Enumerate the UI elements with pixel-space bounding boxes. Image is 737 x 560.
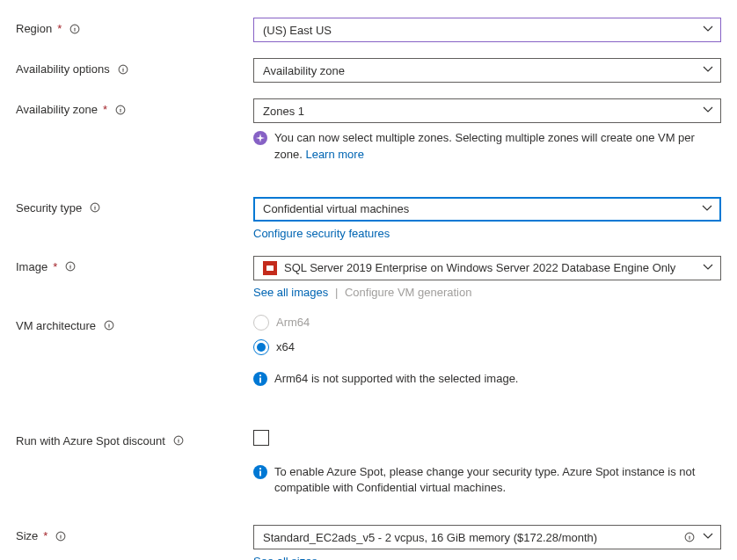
arm64-radio-label: Arm64 <box>276 316 310 329</box>
region-label: Region <box>16 22 52 35</box>
vm-architecture-radio-group: Arm64 x64 <box>253 315 721 355</box>
svg-point-24 <box>178 438 179 439</box>
chevron-down-icon <box>703 261 713 274</box>
size-value: Standard_EC2ads_v5 - 2 vcpus, 16 GiB mem… <box>263 531 597 544</box>
chevron-down-icon <box>703 531 713 544</box>
run-spot-checkbox[interactable] <box>253 430 269 446</box>
arm64-radio: Arm64 <box>253 315 721 331</box>
chevron-down-icon <box>702 202 712 215</box>
multizone-callout: You can now select multiple zones. Selec… <box>253 130 721 164</box>
chevron-down-icon <box>703 105 713 118</box>
required-indicator: * <box>43 529 47 542</box>
info-filled-icon <box>253 372 267 386</box>
x64-radio[interactable]: x64 <box>253 339 721 355</box>
svg-point-8 <box>120 107 121 108</box>
availability-zone-dropdown[interactable]: Zones 1 <box>253 98 721 123</box>
info-icon[interactable] <box>172 434 185 447</box>
security-type-dropdown[interactable]: Confidential virtual machines <box>253 197 721 222</box>
vm-architecture-label: VM architecture <box>16 319 96 332</box>
image-dropdown[interactable]: SQL Server 2019 Enterprise on Windows Se… <box>253 256 721 280</box>
size-dropdown[interactable]: Standard_EC2ads_v5 - 2 vcpus, 16 GiB mem… <box>253 525 721 549</box>
availability-options-label: Availability options <box>16 62 110 76</box>
svg-point-2 <box>75 26 76 27</box>
region-value: (US) East US <box>263 24 332 37</box>
x64-radio-label: x64 <box>276 340 295 353</box>
svg-point-27 <box>259 468 261 469</box>
separator: | <box>335 286 338 299</box>
configure-security-link[interactable]: Configure security features <box>253 227 390 240</box>
info-icon[interactable] <box>89 201 101 214</box>
svg-point-5 <box>122 67 123 68</box>
chevron-down-icon <box>703 24 713 37</box>
size-label: Size <box>16 529 38 542</box>
spot-disabled-text: To enable Azure Spot, please change your… <box>274 464 721 498</box>
info-icon[interactable] <box>69 23 81 35</box>
availability-options-value: Availability zone <box>263 64 345 77</box>
info-icon[interactable] <box>64 260 77 273</box>
see-all-sizes-link[interactable]: See all sizes <box>253 555 317 560</box>
svg-point-18 <box>109 323 110 324</box>
availability-zone-value: Zones 1 <box>263 105 304 118</box>
info-icon[interactable] <box>55 530 67 542</box>
svg-rect-20 <box>259 377 261 382</box>
radio-circle <box>253 315 269 331</box>
info-filled-icon <box>253 465 267 479</box>
required-indicator: * <box>53 260 57 273</box>
configure-vm-generation-disabled: Configure VM generation <box>345 286 472 299</box>
learn-more-link[interactable]: Learn more <box>305 148 363 161</box>
security-type-value: Confidential virtual machines <box>263 202 409 215</box>
run-spot-label: Run with Azure Spot discount <box>16 434 165 447</box>
arm-not-supported-text: Arm64 is not supported with the selected… <box>274 371 518 388</box>
svg-point-21 <box>259 375 261 376</box>
availability-zone-label: Availability zone <box>16 103 98 116</box>
info-icon[interactable] <box>114 104 127 116</box>
arm-not-supported-callout: Arm64 is not supported with the selected… <box>253 371 721 388</box>
svg-point-11 <box>95 205 96 206</box>
security-type-label: Security type <box>16 201 82 215</box>
svg-point-14 <box>70 264 71 265</box>
info-icon[interactable] <box>683 531 696 543</box>
required-indicator: * <box>57 22 62 35</box>
radio-circle <box>253 339 269 355</box>
availability-options-dropdown[interactable]: Availability zone <box>253 58 721 83</box>
svg-point-30 <box>61 534 62 535</box>
image-value: SQL Server 2019 Enterprise on Windows Se… <box>284 261 675 274</box>
svg-rect-26 <box>259 470 261 476</box>
image-label: Image <box>16 260 47 273</box>
region-dropdown[interactable]: (US) East US <box>253 18 721 42</box>
svg-rect-15 <box>266 265 274 271</box>
svg-point-33 <box>690 535 690 535</box>
spot-disabled-callout: To enable Azure Spot, please change your… <box>253 464 721 498</box>
announcement-icon <box>253 131 267 145</box>
required-indicator: * <box>103 103 107 116</box>
see-all-images-link[interactable]: See all images <box>253 286 328 299</box>
info-icon[interactable] <box>117 63 129 76</box>
sql-server-icon <box>263 261 277 275</box>
info-icon[interactable] <box>103 319 115 331</box>
chevron-down-icon <box>703 64 713 77</box>
